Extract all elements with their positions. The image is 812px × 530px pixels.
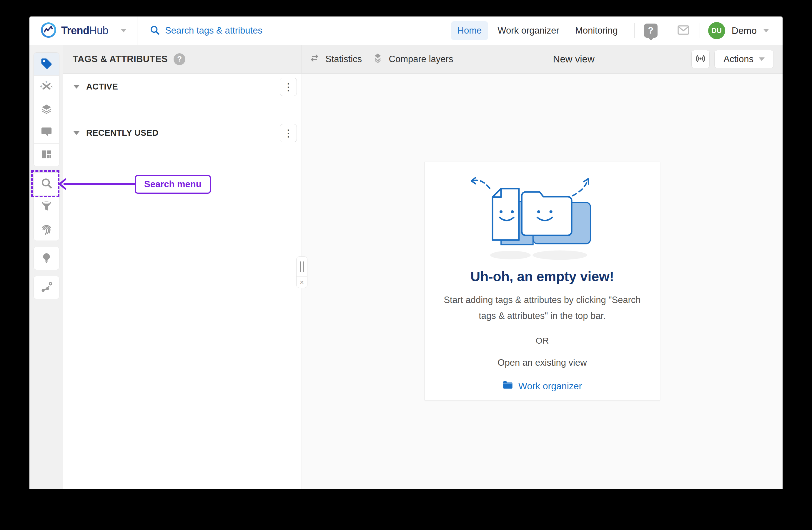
comment-icon <box>40 125 53 139</box>
empty-state-body-line2: tags & attributes" in the top bar. <box>444 308 640 324</box>
section-recently-used-label: RECENTLY USED <box>86 128 159 138</box>
mail-icon[interactable] <box>676 24 691 38</box>
swap-arrows-icon <box>309 52 320 66</box>
or-label: OR <box>536 336 549 346</box>
view-title-zone: New view <box>456 45 783 73</box>
nav-tab-work-organizer[interactable]: Work organizer <box>491 21 566 40</box>
primary-nav: Home Work organizer Monitoring <box>451 21 624 40</box>
folder-icon <box>503 380 513 392</box>
sidebar-item-fingerprint[interactable] <box>34 218 59 240</box>
actions-button[interactable]: Actions <box>714 50 774 68</box>
tool-sidebar: + − ÷ × <box>29 45 63 489</box>
tag-icon <box>40 57 53 71</box>
graph-icon <box>40 281 53 295</box>
empty-state-card: Uh-oh, an empty view! Start adding tags … <box>424 162 660 401</box>
search-menu-icon <box>40 177 53 191</box>
section-active: ACTIVE ⋮ <box>63 74 302 100</box>
panel-header: TAGS & ATTRIBUTES ? <box>63 45 302 73</box>
tags-attributes-panel: ACTIVE ⋮ RECENTLY USED ⋮ <box>63 74 302 489</box>
actions-button-label: Actions <box>723 54 753 65</box>
filter-icon <box>40 200 53 213</box>
help-icon[interactable]: ? <box>644 24 657 38</box>
layers-icon <box>40 103 53 116</box>
tab-statistics[interactable]: Statistics <box>302 45 369 73</box>
tool-group-main: + − ÷ × <box>33 52 59 166</box>
avatar: DU <box>708 22 725 39</box>
tool-group-search <box>33 172 59 241</box>
sidebar-item-context-graph[interactable] <box>34 276 59 299</box>
empty-state-body-line1: Start adding tags & attributes by clicki… <box>444 292 640 308</box>
empty-state-body: Start adding tags & attributes by clicki… <box>444 292 640 324</box>
tool-group-insights <box>33 247 59 270</box>
sidebar-item-comments[interactable] <box>34 121 59 143</box>
sidebar-item-recommendations[interactable] <box>34 247 59 270</box>
svg-text:−: − <box>45 88 48 93</box>
user-name: Demo <box>732 25 757 36</box>
top-bar: TrendHub Search tags & attributes Home W… <box>29 16 783 45</box>
section-recently-used-menu-button[interactable]: ⋮ <box>280 124 297 142</box>
annotation-label: Search menu <box>135 175 211 194</box>
tab-compare-layers-label: Compare layers <box>389 54 453 65</box>
work-organizer-link[interactable]: Work organizer <box>503 380 582 392</box>
panel-title: TAGS & ATTRIBUTES <box>73 54 168 65</box>
compare-layers-icon <box>372 52 383 66</box>
lightbulb-icon <box>40 252 53 265</box>
sidebar-item-filter[interactable] <box>34 195 59 218</box>
section-active-menu-button[interactable]: ⋮ <box>280 78 297 96</box>
user-menu[interactable]: DU Demo <box>708 22 769 39</box>
panel-help-icon[interactable]: ? <box>174 53 185 65</box>
dashboard-icon <box>40 148 53 162</box>
formula-icon: + − ÷ × <box>40 80 53 94</box>
empty-state-subtitle: Open an existing view <box>497 358 586 368</box>
search-icon <box>149 25 160 37</box>
svg-text:+: + <box>45 80 47 84</box>
global-search-input[interactable]: Search tags & attributes <box>149 25 262 37</box>
collapse-caret-icon[interactable] <box>73 85 80 89</box>
actions-caret-down-icon <box>759 57 765 61</box>
sidebar-item-search[interactable] <box>34 172 59 195</box>
or-divider: OR <box>425 336 660 346</box>
empty-view-illustration <box>454 168 630 264</box>
topbar-utilities: ? DU Demo <box>634 22 783 39</box>
sidebar-item-formulas[interactable]: + − ÷ × <box>34 75 59 98</box>
nav-tab-monitoring[interactable]: Monitoring <box>569 21 624 40</box>
tab-compare-layers[interactable]: Compare layers <box>369 45 456 73</box>
panel-splitter: × <box>296 256 307 288</box>
annotation-arrow-line <box>63 183 135 185</box>
svg-text:÷: ÷ <box>40 84 42 89</box>
brand-caret-down-icon[interactable] <box>121 29 127 32</box>
app-window: TrendHub Search tags & attributes Home W… <box>29 16 783 489</box>
empty-state-title: Uh-oh, an empty view! <box>470 268 614 284</box>
sidebar-item-dashboard[interactable] <box>34 143 59 166</box>
collapse-caret-icon[interactable] <box>73 131 80 135</box>
topbar-divider <box>137 16 137 45</box>
section-recently-used: RECENTLY USED ⋮ <box>63 120 302 147</box>
work-organizer-link-label: Work organizer <box>518 381 582 392</box>
tool-group-context <box>33 276 59 299</box>
section-active-label: ACTIVE <box>86 82 118 92</box>
splitter-drag-handle[interactable] <box>296 257 307 277</box>
fingerprint-icon <box>40 222 53 236</box>
live-broadcast-icon <box>695 53 706 66</box>
svg-text:×: × <box>50 84 53 89</box>
tab-statistics-label: Statistics <box>325 54 362 65</box>
sidebar-item-tags[interactable] <box>34 53 59 75</box>
live-mode-button[interactable] <box>691 50 710 68</box>
search-placeholder: Search tags & attributes <box>165 25 262 36</box>
sidebar-item-layers[interactable] <box>34 98 59 121</box>
annotation-arrowhead-icon <box>58 178 67 191</box>
workspace-body: ACTIVE ⋮ RECENTLY USED ⋮ <box>63 74 783 489</box>
nav-tab-home[interactable]: Home <box>451 21 488 40</box>
view-header-bar: TAGS & ATTRIBUTES ? Statistics <box>63 45 783 74</box>
user-caret-down-icon <box>763 29 769 32</box>
trendhub-logo-icon <box>40 22 57 40</box>
screenshot-frame: TrendHub Search tags & attributes Home W… <box>0 0 812 530</box>
view-title: New view <box>456 54 691 65</box>
main-view: Uh-oh, an empty view! Start adding tags … <box>302 74 783 489</box>
brand-name: TrendHub <box>61 25 108 37</box>
brand-logo[interactable]: TrendHub <box>29 22 127 40</box>
content-area: TAGS & ATTRIBUTES ? Statistics <box>63 45 783 489</box>
splitter-close-button[interactable]: × <box>296 277 307 288</box>
